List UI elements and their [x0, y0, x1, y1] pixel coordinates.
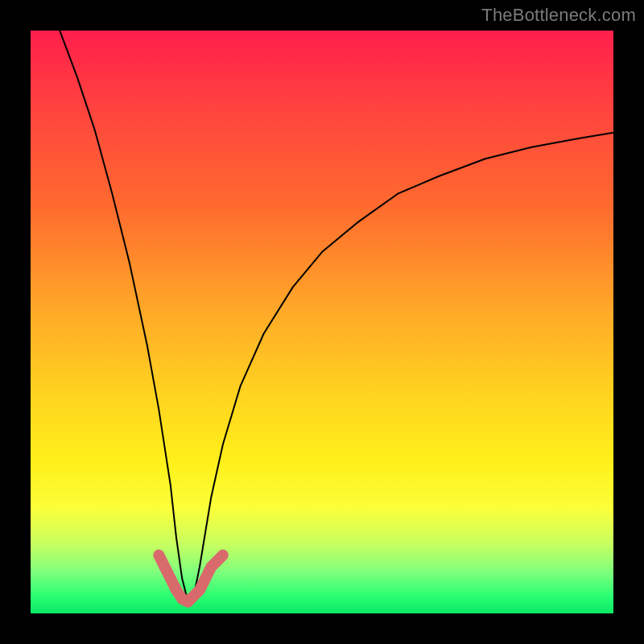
valley-highlight [159, 555, 223, 602]
watermark-text: TheBottleneck.com [481, 5, 636, 26]
bottleneck-curve [60, 31, 613, 602]
plot-area [31, 31, 613, 613]
chart-frame: TheBottleneck.com [0, 0, 644, 644]
curve-svg [31, 31, 613, 613]
